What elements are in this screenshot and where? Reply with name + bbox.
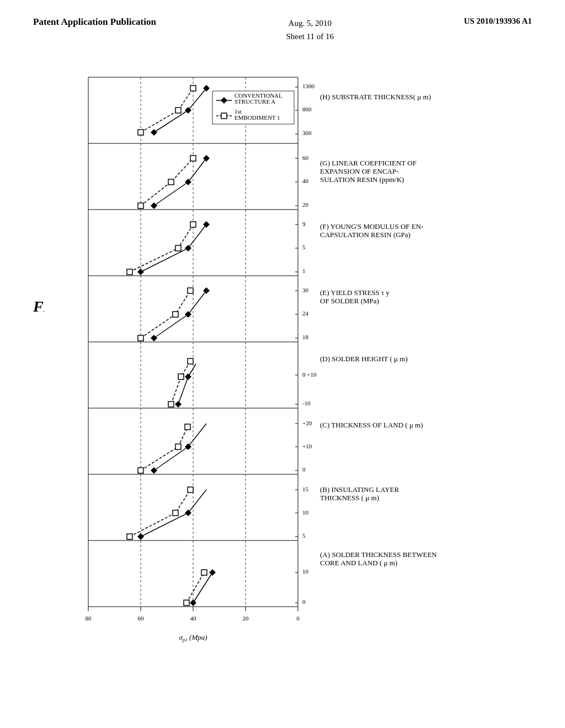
page-header: Patent Application Publication Aug. 5, 2… — [0, 0, 565, 43]
svg-rect-112 — [188, 358, 193, 364]
svg-text:STRUCTURE A: STRUCTURE A — [234, 98, 275, 105]
svg-text:CORE AND LAND ( μ m): CORE AND LAND ( μ m) — [320, 559, 397, 567]
svg-text:40: 40 — [302, 178, 309, 184]
svg-rect-120 — [127, 534, 132, 539]
svg-text:10: 10 — [302, 568, 309, 575]
svg-text:(G) LINEAR COEFFICIENT OF: (G) LINEAR COEFFICIENT OF — [320, 159, 417, 167]
svg-text:60: 60 — [138, 615, 145, 622]
svg-rect-0 — [44, 72, 524, 678]
svg-rect-115 — [138, 468, 143, 473]
svg-text:0: 0 — [302, 598, 306, 605]
svg-rect-133 — [221, 113, 227, 119]
svg-rect-125 — [184, 600, 189, 606]
svg-rect-88 — [175, 108, 181, 113]
svg-text:60: 60 — [302, 154, 309, 161]
svg-rect-116 — [175, 444, 181, 449]
svg-text:0 +10: 0 +10 — [302, 371, 317, 378]
svg-rect-93 — [138, 203, 143, 208]
svg-text:40: 40 — [190, 615, 197, 622]
svg-text:(C) THICKNESS OF LAND ( μ m): (C) THICKNESS OF LAND ( μ m) — [320, 421, 423, 429]
svg-text:20: 20 — [302, 201, 309, 208]
svg-text:EXPANSION OF ENCAP-: EXPANSION OF ENCAP- — [320, 167, 399, 175]
svg-text:800: 800 — [302, 106, 312, 113]
svg-rect-95 — [190, 156, 196, 161]
svg-text:15: 15 — [302, 486, 309, 493]
svg-text:30: 30 — [302, 287, 309, 293]
svg-rect-87 — [138, 130, 143, 135]
svg-text:1: 1 — [302, 267, 306, 274]
svg-rect-94 — [168, 179, 174, 185]
header-center: Aug. 5, 2010 Sheet 11 of 16 — [286, 17, 334, 43]
svg-rect-89 — [190, 85, 196, 91]
publication-date: Aug. 5, 2010 — [289, 19, 332, 28]
svg-text:18: 18 — [302, 334, 309, 340]
svg-text:-10: -10 — [302, 400, 311, 406]
svg-rect-106 — [173, 312, 178, 317]
svg-text:5: 5 — [302, 532, 306, 539]
svg-text:+20: +20 — [302, 420, 312, 426]
svg-text:OF SOLDER (MPa): OF SOLDER (MPa) — [320, 297, 379, 305]
svg-text:80: 80 — [86, 615, 92, 622]
svg-text:5: 5 — [302, 244, 306, 250]
svg-text:24: 24 — [302, 310, 309, 317]
chart-container: .section-label { font-size: 13px; font-f… — [44, 72, 524, 678]
svg-text:EMBODIMENT 1: EMBODIMENT 1 — [234, 114, 280, 121]
svg-rect-121 — [173, 510, 178, 516]
svg-text:9: 9 — [302, 221, 306, 227]
svg-text:THICKNESS ( μ m): THICKNESS ( μ m) — [320, 494, 379, 502]
svg-rect-99 — [127, 269, 132, 275]
svg-text:(D) SOLDER HEIGHT ( μ m): (D) SOLDER HEIGHT ( μ m) — [320, 355, 408, 363]
svg-text:0: 0 — [302, 466, 306, 473]
chart-svg: .section-label { font-size: 13px; font-f… — [44, 72, 524, 678]
svg-rect-111 — [178, 374, 184, 379]
svg-text:1300: 1300 — [302, 83, 315, 89]
svg-text:300: 300 — [302, 130, 312, 136]
svg-rect-126 — [201, 570, 207, 575]
svg-text:20: 20 — [243, 615, 249, 622]
svg-text:10: 10 — [302, 509, 309, 516]
svg-text:(E) YIELD STRESS τ y: (E) YIELD STRESS τ y — [320, 288, 390, 297]
svg-text:(F) YOUNG'S MODULUS OF EN-: (F) YOUNG'S MODULUS OF EN- — [320, 222, 423, 231]
svg-rect-107 — [188, 288, 193, 293]
patent-number: US 2010/193936 A1 — [464, 17, 532, 26]
svg-rect-105 — [138, 335, 143, 341]
svg-text:CAPSULATION RESIN (GPa): CAPSULATION RESIN (GPa) — [320, 231, 411, 239]
svg-rect-110 — [168, 402, 174, 407]
svg-text:(A) SOLDER THICKNESS BETWEEN: (A) SOLDER THICKNESS BETWEEN — [320, 550, 437, 559]
svg-text:(H) SUBSTRATE THICKNESS( μ m): (H) SUBSTRATE THICKNESS( μ m) — [320, 93, 431, 101]
svg-text:+10: +10 — [302, 443, 312, 449]
svg-text:0: 0 — [296, 615, 300, 622]
svg-rect-122 — [188, 487, 193, 493]
svg-text:SULATION RESIN (ppm/K): SULATION RESIN (ppm/K) — [320, 175, 404, 184]
svg-rect-101 — [190, 222, 196, 227]
svg-rect-117 — [185, 424, 190, 430]
publication-label: Patent Application Publication — [33, 17, 156, 28]
svg-text:(B) INSULATING LAYER: (B) INSULATING LAYER — [320, 485, 399, 494]
svg-rect-100 — [175, 245, 181, 251]
sheet-info: Sheet 11 of 16 — [286, 32, 334, 41]
